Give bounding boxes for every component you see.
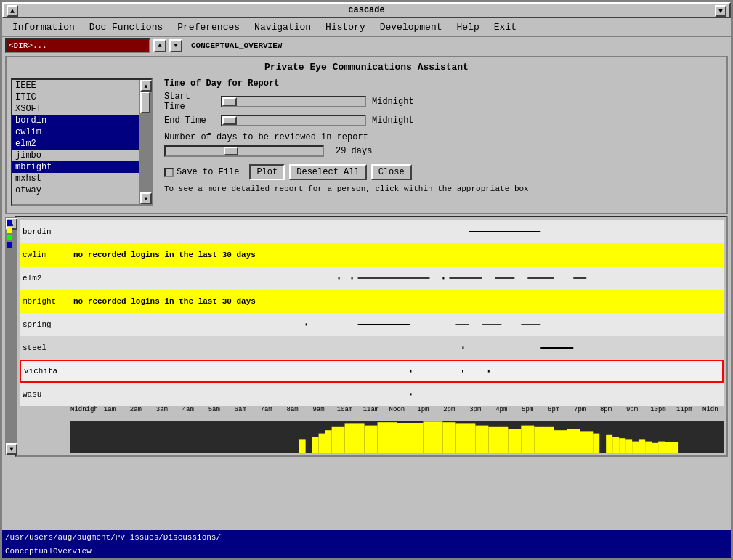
chart-row-cwlim[interactable]: cwlim no recorded logins in the last 30 …	[20, 243, 724, 267]
list-item-otway[interactable]: otway	[12, 184, 139, 196]
svg-rect-45	[632, 442, 639, 453]
indicator-dot-1	[7, 220, 12, 226]
list-item-itic[interactable]: ITIC	[12, 92, 139, 103]
row-label-elm2: elm2	[20, 267, 70, 290]
menu-information[interactable]: Information	[5, 20, 82, 34]
right-controls: Time of Day for Report Start Time Midnig…	[164, 78, 722, 206]
chart-row-wasu[interactable]: wasu	[20, 383, 724, 406]
row-data-cwlim[interactable]: no recorded logins in the last 30 days	[70, 243, 724, 267]
tick-6am: 6am	[227, 406, 254, 419]
chart-area: ▲ ▼ bordin cwlim no recorded logins in t…	[15, 216, 728, 457]
dir-scroll-down[interactable]: ▼	[169, 39, 182, 52]
list-item-elm2[interactable]: elm2	[12, 138, 139, 150]
menu-preferences[interactable]: Preferences	[170, 20, 247, 34]
list-item-jimbo[interactable]: jimbo	[12, 150, 139, 161]
list-item-ieee[interactable]: IEEE	[12, 80, 139, 92]
tick-3pm: 3pm	[462, 406, 488, 419]
start-time-row: Start Time Midnight	[164, 92, 722, 112]
svg-rect-16	[410, 370, 411, 373]
menu-development[interactable]: Development	[373, 20, 450, 34]
start-time-value: Midnight	[372, 97, 416, 107]
svg-rect-31	[455, 423, 475, 453]
list-item-mbright[interactable]: mbright	[12, 161, 139, 173]
row-label-cwlim: cwlim	[20, 243, 70, 267]
menu-doc-functions[interactable]: Doc Functions	[82, 20, 170, 34]
close-button[interactable]: Close	[371, 164, 412, 180]
chart-row-spring[interactable]: spring	[20, 313, 724, 336]
save-to-file-checkbox-row: Save to File	[164, 167, 239, 177]
menu-help[interactable]: Help	[450, 20, 487, 34]
list-scroll-down[interactable]: ▼	[140, 192, 152, 204]
chart-row-mbright[interactable]: mbright no recorded logins in the last 3…	[20, 290, 724, 313]
peca-title: Private Eye Communications Assistant	[11, 62, 722, 73]
svg-rect-7	[352, 277, 353, 279]
svg-rect-32	[475, 426, 488, 453]
save-to-file-label: Save to File	[177, 167, 239, 177]
svg-rect-35	[521, 426, 534, 453]
chart-row-bordin[interactable]: bordin	[20, 220, 724, 243]
row-data-steel[interactable]	[70, 336, 724, 360]
tick-10am: 10am	[332, 406, 358, 419]
list-scroll-up[interactable]: ▲	[140, 80, 152, 92]
mbright-no-logins: no recorded logins in the last 30 days	[70, 297, 256, 306]
list-scrollbar[interactable]: ▲ ▼	[139, 80, 151, 204]
chart-row-vichita[interactable]: vichita	[20, 360, 724, 383]
start-time-slider[interactable]	[221, 96, 366, 107]
end-time-slider[interactable]	[221, 115, 366, 126]
minimize-button[interactable]: ▲	[7, 5, 18, 17]
svg-rect-34	[508, 429, 521, 453]
dir-scroll-up[interactable]: ▲	[153, 39, 166, 52]
chart-scroll-down[interactable]: ▼	[6, 443, 17, 455]
list-scroll-thumb[interactable]	[140, 92, 150, 113]
time-section-title: Time of Day for Report	[164, 78, 722, 89]
svg-rect-18	[488, 370, 490, 373]
svg-rect-8	[442, 277, 444, 279]
row-label-steel: steel	[20, 336, 70, 360]
tick-3am: 3am	[149, 406, 175, 419]
row-data-elm2[interactable]	[70, 267, 724, 290]
menu-history[interactable]: History	[318, 20, 373, 34]
end-time-row: End Time Midnight	[164, 115, 722, 126]
tick-9pm: 9pm	[619, 406, 645, 419]
buttons-row: Save to File Plot Deselect All Close	[164, 164, 722, 180]
tick-noon: Noon	[384, 406, 410, 419]
user-listbox[interactable]: IEEE ITIC XSOFT bordin cwlim elm2 jimbo …	[11, 78, 153, 206]
svg-rect-37	[554, 430, 567, 453]
tick-2pm: 2pm	[436, 406, 462, 419]
days-slider[interactable]	[164, 145, 324, 157]
svg-rect-29	[423, 421, 442, 453]
list-item-mxhst[interactable]: mxhst	[12, 173, 139, 184]
tick-midn: Midn	[697, 406, 724, 419]
row-data-bordin[interactable]	[70, 220, 724, 243]
svg-rect-48	[652, 443, 658, 453]
cwlim-no-logins: no recorded logins in the last 30 days	[70, 251, 256, 259]
svg-rect-24	[332, 427, 345, 453]
list-item-xsoft[interactable]: XSOFT	[12, 103, 139, 115]
deselect-all-button[interactable]: Deselect All	[289, 164, 366, 180]
row-data-vichita[interactable]	[72, 361, 722, 381]
list-scroll-track[interactable]	[140, 92, 151, 192]
maximize-button[interactable]: ▼	[715, 5, 726, 17]
chart-row-steel[interactable]: steel	[20, 336, 724, 360]
row-label-vichita: vichita	[21, 361, 72, 381]
list-item-cwlim[interactable]: cwlim	[12, 126, 139, 138]
svg-rect-26	[365, 426, 378, 453]
dir-input[interactable]	[5, 38, 150, 53]
menu-exit[interactable]: Exit	[487, 20, 524, 34]
row-data-wasu[interactable]	[70, 383, 724, 406]
svg-rect-20	[299, 439, 306, 453]
row-data-mbright[interactable]: no recorded logins in the last 30 days	[70, 290, 724, 313]
svg-rect-39	[580, 431, 593, 453]
row-data-spring[interactable]	[70, 313, 724, 336]
save-to-file-checkbox[interactable]	[164, 168, 174, 177]
tick-4pm: 4pm	[488, 406, 514, 419]
tick-11am: 11am	[357, 406, 384, 419]
start-time-label: Start Time	[164, 92, 215, 112]
chart-row-elm2[interactable]: elm2	[20, 267, 724, 290]
list-item-bordin[interactable]: bordin	[12, 115, 139, 126]
plot-button[interactable]: Plot	[249, 164, 285, 180]
svg-rect-14	[462, 346, 463, 349]
menu-navigation[interactable]: Navigation	[247, 20, 318, 34]
svg-rect-50	[665, 442, 678, 453]
svg-rect-21	[312, 437, 319, 453]
